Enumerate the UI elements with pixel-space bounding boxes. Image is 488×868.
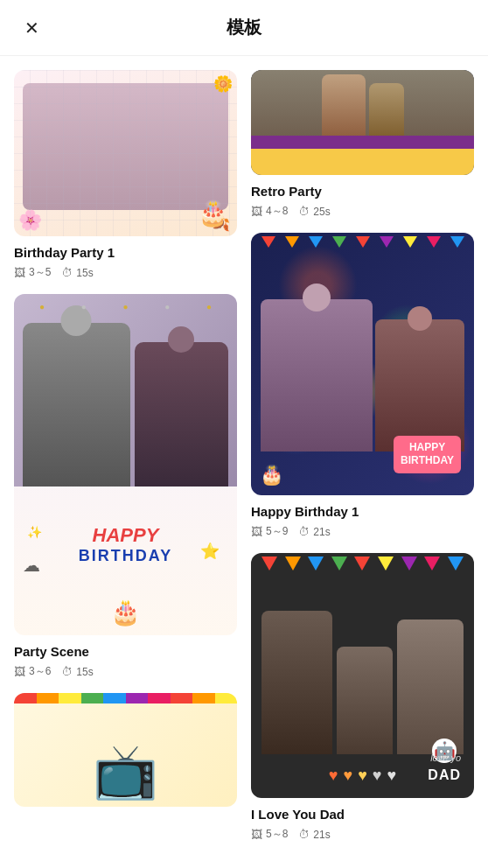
card-happy-birthday-1[interactable]: 🎂 HAPPYBIRTHDAY Happy Birthday 1 🖼 5～9 ⏱… (251, 233, 474, 539)
duration-retro: ⏱ 25s (298, 205, 330, 218)
feather-icon: 🍂 (213, 215, 230, 232)
card-meta-ilovedad: 🖼 5～8 ⏱ 21s (251, 827, 474, 842)
card-tv-retro[interactable]: 📺 (14, 693, 237, 807)
cake-hb-icon: 🎂 (260, 464, 283, 486)
cake-icon: 🎂 (110, 598, 141, 626)
card-birthday-party-1[interactable]: 🌸 🌼 🍂 Birthday Party 1 🖼 3～5 ⏱ 15s (14, 70, 237, 280)
happy-birthday-label: HAPPYBIRTHDAY (394, 436, 461, 473)
tv-icon: 📺 (93, 740, 158, 802)
photo-count-happybday: 🖼 5～9 (251, 524, 288, 539)
card-meta-birthday1: 🖼 3～5 ⏱ 15s (14, 265, 237, 280)
card-title-ilovedad: I Love You Dad (251, 807, 474, 822)
template-grid: 🌸 🌼 🍂 Birthday Party 1 🖼 3～5 ⏱ 15s (0, 56, 488, 856)
card-title-retro: Retro Party (251, 184, 474, 199)
hearts-row: ♥ ♥ ♥ ♥ ♥ (251, 762, 474, 789)
card-retro-party[interactable]: Retro Party 🖼 4～8 ⏱ 25s (251, 70, 474, 219)
page-title: 模板 (227, 16, 261, 39)
photo-count-retro: 🖼 4～8 (251, 204, 288, 219)
card-title-partyscene: Party Scene (14, 644, 237, 659)
photo-icon-retro: 🖼 (251, 205, 262, 218)
photo-count-partyscene: 🖼 3～6 (14, 664, 51, 679)
card-title-happybday: Happy Birthday 1 (251, 504, 474, 519)
bunting-dad (251, 553, 474, 574)
close-icon: ✕ (24, 18, 39, 38)
card-i-love-you-dad[interactable]: 🤖 love yo DAD ♥ ♥ ♥ ♥ ♥ I Love You Dad (251, 553, 474, 842)
close-button[interactable]: ✕ (17, 14, 45, 42)
card-thumbnail-ilovedad: 🤖 love yo DAD ♥ ♥ ♥ ♥ ♥ (251, 553, 474, 798)
card-thumbnail-retro (251, 70, 474, 175)
photo-icon-dad: 🖼 (251, 828, 262, 841)
heart1-icon: ♥ (329, 766, 338, 785)
duration-happybday: ⏱ 21s (298, 525, 330, 538)
card-title-birthday1: Birthday Party 1 (14, 245, 237, 260)
card-thumbnail-partyscene: ⭐ ✨ HAPPY BIRTHDAY ☁ 🎂 ● ● ● ● ● (14, 294, 237, 635)
card-party-scene[interactable]: ⭐ ✨ HAPPY BIRTHDAY ☁ 🎂 ● ● ● ● ● Party S… (14, 294, 237, 679)
card-meta-retro: 🖼 4～8 ⏱ 25s (251, 204, 474, 219)
happy-text: HAPPY (14, 524, 237, 547)
header: ✕ 模板 (0, 0, 488, 56)
photo-icon-ps: 🖼 (14, 665, 25, 678)
left-column: 🌸 🌼 🍂 Birthday Party 1 🖼 3～5 ⏱ 15s (14, 70, 237, 842)
duration-partyscene: ⏱ 15s (61, 665, 93, 678)
photo-count-birthday1: 🖼 3～5 (14, 265, 51, 280)
cloud-icon: ☁ (23, 555, 40, 576)
heart5-icon: ♥ (387, 766, 397, 785)
photo-icon: 🖼 (14, 266, 25, 279)
card-meta-happybday: 🖼 5～9 ⏱ 21s (251, 524, 474, 539)
heart2-icon: ♥ (343, 766, 352, 785)
duration-birthday1: ⏱ 15s (61, 266, 93, 279)
card-meta-partyscene: 🖼 3～6 ⏱ 15s (14, 664, 237, 679)
clock-icon-retro: ⏱ (298, 205, 310, 218)
clock-icon-hb: ⏱ (298, 525, 310, 538)
heart3-icon: ♥ (358, 766, 367, 785)
heart4-icon: ♥ (373, 766, 382, 785)
card-thumbnail-tv: 📺 (14, 693, 237, 807)
duration-ilovedad: ⏱ 21s (298, 828, 330, 841)
photo-count-ilovedad: 🖼 5～8 (251, 827, 288, 842)
clock-icon-ps: ⏱ (61, 665, 73, 678)
card-thumbnail-birthday1: 🌸 🌼 🍂 (14, 70, 237, 236)
card-thumbnail-happybday: 🎂 HAPPYBIRTHDAY (251, 233, 474, 495)
photo-icon-hb: 🖼 (251, 525, 262, 538)
clock-icon-dad: ⏱ (298, 828, 310, 841)
birthday-text: BIRTHDAY (14, 547, 237, 565)
clock-icon: ⏱ (61, 266, 73, 279)
right-column: Retro Party 🖼 4～8 ⏱ 25s (251, 70, 474, 842)
